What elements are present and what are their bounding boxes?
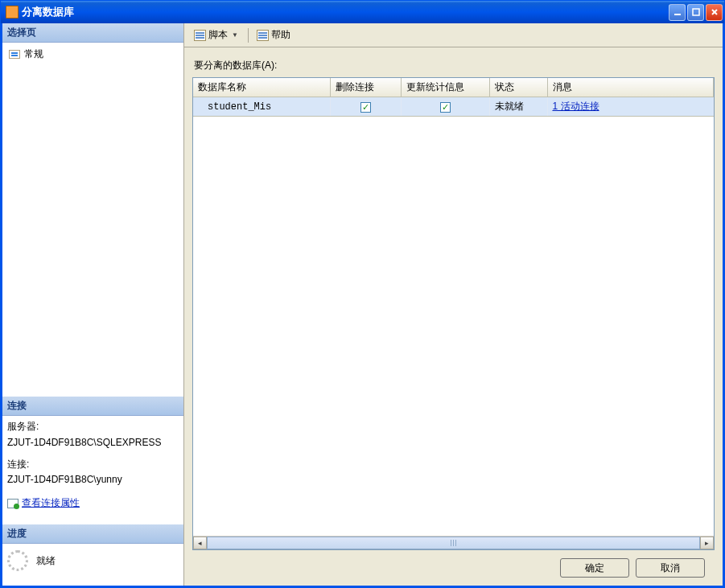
conn-label: 连接: <box>7 457 179 472</box>
maximize-button[interactable] <box>687 4 704 21</box>
select-page-section: 选择页 常规 <box>2 23 183 66</box>
conn-value: ZJUT-1D4DF91B8C\yunny <box>7 472 179 487</box>
cancel-button[interactable]: 取消 <box>636 558 705 578</box>
ok-button[interactable]: 确定 <box>560 558 629 578</box>
view-connection-props-label: 查看连接属性 <box>22 495 80 511</box>
cell-update-stats: ✓ <box>401 97 489 117</box>
chevron-down-icon: ▼ <box>230 31 240 39</box>
script-button[interactable]: 脚本 ▼ <box>191 27 243 43</box>
table-row[interactable]: student_Mis ✓ ✓ 未就绪 1 活动连接 <box>193 97 714 117</box>
server-value: ZJUT-1D4DF91B8C\SQLEXPRESS <box>7 435 179 450</box>
server-label: 服务器: <box>7 419 179 434</box>
progress-header: 进度 <box>2 524 183 544</box>
footer: 确定 取消 <box>192 550 715 586</box>
dialog-window: 分离数据库 选择页 常规 <box>0 0 725 588</box>
progress-section: 进度 就绪 <box>2 524 183 586</box>
right-pane: 脚本 ▼ 帮助 要分离的数据库(A): <box>184 23 723 586</box>
view-connection-props-link[interactable]: 查看连接属性 <box>7 495 80 511</box>
svg-rect-1 <box>693 9 699 15</box>
minimize-icon <box>674 8 682 16</box>
cell-state: 未就绪 <box>489 97 547 117</box>
update-stats-checkbox[interactable]: ✓ <box>440 102 451 113</box>
col-state[interactable]: 状态 <box>489 78 547 97</box>
left-pane: 选择页 常规 连接 服务器: ZJUT-1D4DF91B8C\SQLEXPRES… <box>2 23 184 586</box>
scroll-thumb[interactable] <box>207 537 700 549</box>
help-label: 帮助 <box>271 28 290 42</box>
connection-header: 连接 <box>2 397 183 416</box>
minimize-button[interactable] <box>669 4 686 21</box>
svg-rect-0 <box>674 14 681 15</box>
app-icon <box>6 6 19 19</box>
col-update-stats[interactable]: 更新统计信息 <box>401 78 489 97</box>
toolbar-separator <box>248 28 249 43</box>
titlebar[interactable]: 分离数据库 <box>1 1 724 23</box>
script-label: 脚本 <box>208 28 228 42</box>
content: 要分离的数据库(A): 数据库名称 删除连接 更新统计信息 状态 <box>184 47 723 586</box>
page-general-label: 常规 <box>24 47 43 61</box>
active-connections-link[interactable]: 1 活动连接 <box>553 101 599 112</box>
progress-status: 就绪 <box>36 554 56 568</box>
col-drop-connections[interactable]: 删除连接 <box>330 78 401 97</box>
content-prompt: 要分离的数据库(A): <box>194 59 715 72</box>
grid-header-row: 数据库名称 删除连接 更新统计信息 状态 消息 <box>193 78 714 97</box>
scroll-track[interactable] <box>207 537 700 549</box>
horizontal-scrollbar[interactable]: ◂ ▸ <box>193 536 714 549</box>
progress-spinner-icon <box>7 550 28 571</box>
drop-connections-checkbox[interactable]: ✓ <box>360 102 371 113</box>
connection-section: 连接 服务器: ZJUT-1D4DF91B8C\SQLEXPRESS 连接: Z… <box>2 397 183 524</box>
window-title: 分离数据库 <box>22 5 669 19</box>
scroll-right-button[interactable]: ▸ <box>700 537 714 549</box>
databases-grid: 数据库名称 删除连接 更新统计信息 状态 消息 student_Mis <box>192 77 715 550</box>
help-icon <box>257 30 269 41</box>
cell-message: 1 活动连接 <box>547 97 714 117</box>
select-page-header: 选择页 <box>2 23 183 43</box>
body: 选择页 常规 连接 服务器: ZJUT-1D4DF91B8C\SQLEXPRES… <box>1 23 724 587</box>
col-dbname[interactable]: 数据库名称 <box>193 78 330 97</box>
cell-drop-connections: ✓ <box>330 97 401 117</box>
page-icon <box>9 50 20 59</box>
spacer <box>2 66 183 397</box>
close-icon <box>711 8 719 16</box>
grid-empty-area <box>193 117 714 536</box>
close-button[interactable] <box>706 4 723 21</box>
help-button[interactable]: 帮助 <box>253 27 294 43</box>
properties-icon <box>7 499 19 508</box>
grid-table: 数据库名称 删除连接 更新统计信息 状态 消息 student_Mis <box>193 78 714 117</box>
toolbar: 脚本 ▼ 帮助 <box>184 23 723 47</box>
cell-dbname: student_Mis <box>193 97 330 117</box>
maximize-icon <box>692 8 700 16</box>
page-general[interactable]: 常规 <box>7 46 179 63</box>
scroll-left-button[interactable]: ◂ <box>193 537 207 549</box>
script-icon <box>194 30 206 41</box>
col-message[interactable]: 消息 <box>547 78 714 97</box>
